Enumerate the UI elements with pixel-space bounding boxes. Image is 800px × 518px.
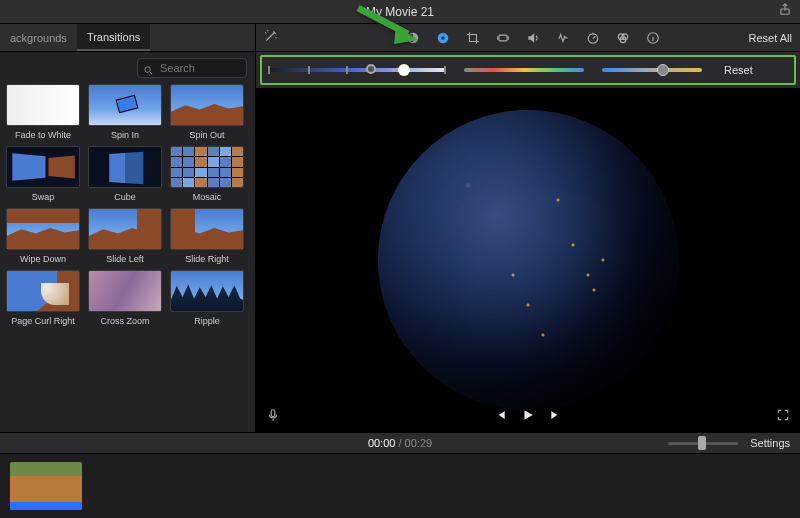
playback-controls bbox=[493, 408, 563, 426]
transition-item[interactable]: Cross Zoom bbox=[88, 270, 162, 326]
transition-label: Mosaic bbox=[193, 188, 222, 202]
transition-item[interactable]: Slide Right bbox=[170, 208, 244, 264]
play-button[interactable] bbox=[521, 408, 535, 426]
transition-label: Cross Zoom bbox=[100, 312, 149, 326]
transition-item[interactable]: Slide Left bbox=[88, 208, 162, 264]
temperature-slider[interactable] bbox=[602, 63, 702, 77]
stabilize-icon[interactable] bbox=[495, 30, 511, 46]
transition-label: Cube bbox=[114, 188, 136, 202]
transition-item[interactable]: Spin Out bbox=[170, 84, 244, 140]
fullscreen-button[interactable] bbox=[776, 408, 790, 426]
timecode: 00:00 / 00:29 bbox=[368, 437, 432, 449]
svg-point-6 bbox=[589, 33, 598, 42]
share-button[interactable] bbox=[778, 2, 792, 20]
video-viewer bbox=[256, 88, 800, 432]
clip-audio-bar bbox=[10, 502, 82, 510]
saturation-slider[interactable] bbox=[464, 63, 584, 77]
exposure-slider[interactable] bbox=[266, 63, 446, 77]
transition-item[interactable]: Wipe Down bbox=[6, 208, 80, 264]
transition-label: Slide Right bbox=[185, 250, 229, 264]
transition-label: Slide Left bbox=[106, 250, 144, 264]
noise-reduction-icon[interactable] bbox=[555, 30, 571, 46]
browser-sidebar: ackgrounds Transitions Fade to White Spi… bbox=[0, 24, 256, 432]
video-clip[interactable] bbox=[10, 462, 82, 510]
tab-transitions[interactable]: Transitions bbox=[77, 24, 150, 51]
color-balance-icon[interactable] bbox=[405, 30, 421, 46]
transition-item[interactable]: Swap bbox=[6, 146, 80, 202]
titlebar: My Movie 21 bbox=[0, 0, 800, 24]
transition-label: Page Curl Right bbox=[11, 312, 75, 326]
preview-panel: Reset All bbox=[256, 24, 800, 432]
voiceover-button[interactable] bbox=[266, 408, 280, 426]
transition-label: Wipe Down bbox=[20, 250, 66, 264]
timeline-toolbar: 00:00 / 00:29 Settings bbox=[0, 432, 800, 454]
settings-button[interactable]: Settings bbox=[750, 437, 790, 449]
volume-icon[interactable] bbox=[525, 30, 541, 46]
preview-toolbar: Reset All bbox=[256, 24, 800, 52]
browser-tabs: ackgrounds Transitions bbox=[0, 24, 255, 52]
transition-label: Spin Out bbox=[189, 126, 224, 140]
magic-wand-icon[interactable] bbox=[264, 29, 278, 47]
transitions-grid: Fade to White Spin In Spin Out Swap Cube… bbox=[0, 84, 255, 432]
svg-rect-5 bbox=[499, 35, 507, 41]
total-time: 00:29 bbox=[405, 437, 433, 449]
transition-label: Spin In bbox=[111, 126, 139, 140]
svg-point-1 bbox=[145, 67, 151, 73]
search-input[interactable] bbox=[137, 58, 247, 78]
info-icon[interactable] bbox=[645, 30, 661, 46]
reset-all-button[interactable]: Reset All bbox=[749, 32, 792, 44]
transition-item[interactable]: Fade to White bbox=[6, 84, 80, 140]
speed-icon[interactable] bbox=[585, 30, 601, 46]
transition-item[interactable]: Spin In bbox=[88, 84, 162, 140]
transition-item[interactable]: Cube bbox=[88, 146, 162, 202]
search-icon bbox=[143, 62, 154, 80]
prev-frame-button[interactable] bbox=[493, 408, 507, 426]
transition-label: Fade to White bbox=[15, 126, 71, 140]
filter-icon[interactable] bbox=[615, 30, 631, 46]
transition-label: Swap bbox=[32, 188, 55, 202]
svg-rect-11 bbox=[271, 410, 275, 417]
transition-item[interactable]: Ripple bbox=[170, 270, 244, 326]
timeline-track[interactable] bbox=[0, 454, 800, 518]
transition-item[interactable]: Mosaic bbox=[170, 146, 244, 202]
svg-point-4 bbox=[442, 36, 446, 40]
crop-icon[interactable] bbox=[465, 30, 481, 46]
transition-item[interactable]: Page Curl Right bbox=[6, 270, 80, 326]
next-frame-button[interactable] bbox=[549, 408, 563, 426]
color-correction-icon[interactable] bbox=[435, 30, 451, 46]
tab-backgrounds[interactable]: ackgrounds bbox=[0, 24, 77, 51]
color-adjustment-row: Reset bbox=[256, 52, 800, 88]
current-time: 00:00 bbox=[368, 437, 396, 449]
adjustment-icons bbox=[405, 30, 661, 46]
transition-label: Ripple bbox=[194, 312, 220, 326]
reset-button[interactable]: Reset bbox=[724, 64, 753, 76]
preview-frame bbox=[378, 110, 678, 410]
zoom-slider[interactable] bbox=[668, 436, 738, 450]
timeline-panel: 00:00 / 00:29 Settings bbox=[0, 432, 800, 518]
project-title: My Movie 21 bbox=[366, 5, 434, 19]
